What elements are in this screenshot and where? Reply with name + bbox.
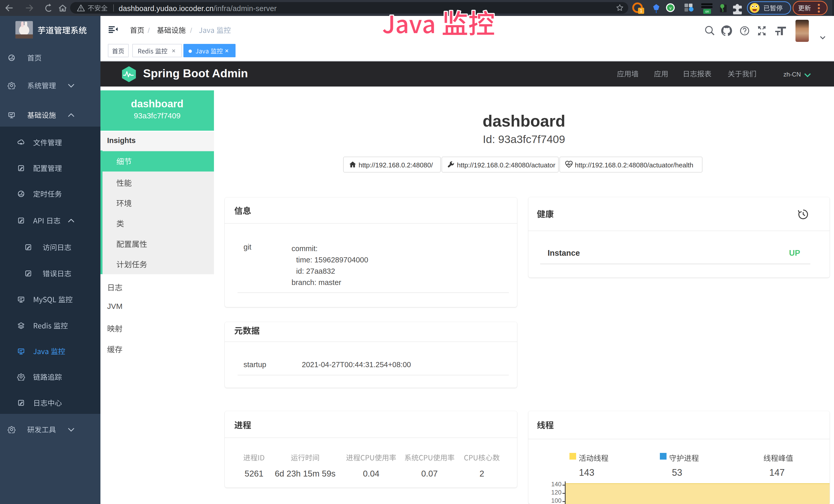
svg-text:v: v [670, 6, 672, 10]
svg-text:on: on [705, 9, 709, 13]
svg-text:1: 1 [640, 8, 642, 13]
